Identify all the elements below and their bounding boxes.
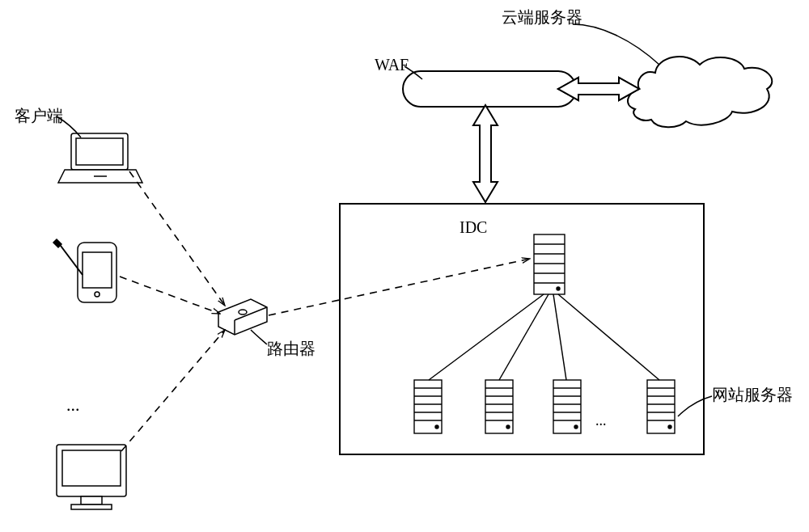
svg-line-54	[120, 277, 220, 314]
svg-point-27	[574, 425, 578, 429]
arrow-waf-idc	[473, 105, 498, 202]
svg-line-55	[121, 330, 225, 451]
server-front	[534, 234, 565, 294]
client-to-router-arrows	[120, 171, 225, 451]
svg-line-38	[558, 294, 659, 380]
leader-cloud-server	[573, 24, 659, 65]
svg-rect-0	[534, 234, 565, 294]
svg-rect-43	[83, 252, 112, 288]
router-to-server-arrow	[269, 259, 530, 315]
svg-rect-47	[62, 450, 121, 486]
svg-line-53	[129, 171, 225, 306]
svg-point-20	[506, 425, 510, 429]
cloud-icon	[628, 57, 772, 127]
diagram-svg	[0, 0, 809, 532]
svg-rect-40	[76, 138, 123, 165]
svg-line-35	[429, 294, 544, 380]
server-fanout	[429, 294, 659, 380]
svg-point-34	[668, 425, 671, 429]
svg-line-36	[499, 294, 549, 380]
laptop-icon	[58, 133, 142, 183]
leader-web-server	[678, 396, 712, 416]
svg-point-13	[435, 425, 438, 429]
router-icon	[218, 299, 267, 335]
desktop-icon	[57, 445, 126, 509]
svg-point-6	[557, 287, 560, 290]
server-row	[414, 380, 675, 433]
svg-point-44	[95, 292, 100, 297]
svg-rect-48	[81, 496, 102, 505]
network-diagram: 云端服务器 WAF 客户端 路由器 IDC 网站服务器 ... ...	[0, 0, 809, 532]
leader-router	[251, 330, 267, 344]
svg-point-52	[239, 310, 247, 315]
tablet-icon	[53, 239, 116, 302]
svg-line-37	[553, 294, 566, 380]
svg-rect-49	[71, 505, 112, 509]
waf-capsule	[403, 71, 576, 107]
